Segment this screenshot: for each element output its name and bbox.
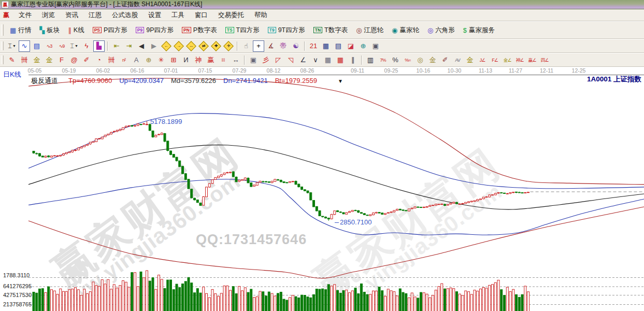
ruler-123-button[interactable]: ⌗ [218, 54, 229, 66]
toolbar-sectors-button[interactable]: ▚板块 [35, 24, 64, 37]
candlestick-chart[interactable] [0, 67, 644, 311]
gold-underline-button[interactable]: 金 [464, 54, 476, 66]
zoom-out-x-button[interactable]: ↔ [185, 40, 197, 52]
menu-file[interactable]: 文件 [13, 10, 37, 21]
candle-style-button[interactable]: ⌶▼ [68, 40, 80, 52]
ying-tool-button[interactable]: 赢 [205, 54, 217, 66]
gold-circle-button[interactable]: ⊕ [143, 54, 154, 66]
price-ladder-button[interactable]: ▥ [365, 54, 376, 66]
si-angle-button[interactable]: 四∠ [539, 54, 550, 66]
toolbar-winner-service-button[interactable]: $赢家服务 [459, 24, 499, 37]
angle-tool-button[interactable]: ∡ [265, 40, 277, 52]
web-grid-button[interactable]: ⊞ [168, 54, 179, 66]
zoom-fit-button[interactable]: ✛ [223, 40, 234, 52]
gold-angle-button[interactable]: 金∠ [502, 54, 513, 66]
zigzag-wave-button[interactable]: ∨ [310, 54, 321, 66]
gold-grid-button[interactable]: 金 [31, 54, 42, 66]
shen-angle-button[interactable]: 神∠ [514, 54, 525, 66]
wave-3-button[interactable]: ∿3 [44, 40, 55, 52]
shen-tool-button[interactable]: 神 [193, 54, 204, 66]
gann-fan-button[interactable]: 彡 [260, 54, 271, 66]
period-selector-button[interactable]: ⌶▼ [6, 40, 18, 52]
menu-trade-entrust[interactable]: 交易委托 [213, 10, 249, 21]
peak-annotation: 5178.1899 [150, 118, 182, 125]
pan-hand-button[interactable]: ☝ [240, 40, 252, 52]
percent-button[interactable]: % [390, 54, 401, 66]
zoom-in-x-button[interactable]: ⇄ [198, 40, 209, 52]
wave-9-button[interactable]: ∿9 [56, 40, 67, 52]
grid-lines-button[interactable]: 卌 [19, 54, 30, 66]
toolbar-p-number-table-button[interactable]: PNP数字表 [178, 24, 221, 37]
crosshair-button[interactable]: + [253, 40, 264, 52]
toolbar-p-square-button[interactable]: PSP四方形 [89, 24, 132, 37]
toolbar-winner-wheel-button[interactable]: ◉赢家轮 [388, 24, 423, 37]
menu-browse[interactable]: 浏览 [37, 10, 60, 21]
menu-gann[interactable]: 江恩 [83, 10, 107, 21]
pan-left-button[interactable]: ← [161, 40, 172, 52]
grid-box-red-button[interactable]: ▦ [335, 54, 346, 66]
step-back-button[interactable]: ◀ [136, 40, 147, 52]
emperor-tool-button[interactable]: 帝 [278, 40, 289, 52]
f-angle-button[interactable]: F∠ [489, 54, 500, 66]
toolbar-hexagon-button[interactable]: ◎六角形 [423, 24, 459, 37]
percent-levels-button[interactable]: %= [402, 54, 413, 66]
smart-tool-button[interactable]: ☯ [290, 40, 302, 52]
gold-level-line-button[interactable]: 金 [427, 54, 438, 66]
go-first-button[interactable]: ⇤ [111, 40, 122, 52]
menu-settings[interactable]: 设置 [143, 10, 166, 21]
fan-grid-button[interactable]: ◹ [285, 54, 296, 66]
go-last-button[interactable]: ⇥ [123, 40, 135, 52]
n-mark-button[interactable]: И [180, 54, 192, 66]
title-bar[interactable]: 赢 赢家江恩专业版[赢家内部服务平台] - [上证指数 SH1A0001-167… [0, 0, 644, 9]
zoom-full-button[interactable]: ✚ [210, 40, 222, 52]
time-cycle-button[interactable]: ◔ [93, 54, 105, 66]
ying-angle-button[interactable]: 赢∠ [526, 54, 538, 66]
star-web-button[interactable]: ✳ [155, 54, 167, 66]
menu-formula-picker[interactable]: 公式选股 [107, 10, 143, 21]
grid-box-button[interactable]: ▦ [322, 54, 334, 66]
a-channel-button[interactable]: A [131, 54, 142, 66]
menu-news[interactable]: 资讯 [60, 10, 83, 21]
notepad-button[interactable]: ▤ [333, 40, 344, 52]
gann-fan-box-button[interactable]: ◸ [273, 54, 284, 66]
toolbar-quotes-button[interactable]: ▦行情 [6, 24, 35, 37]
av-tool-button[interactable]: AV [452, 54, 463, 66]
app-menu-icon[interactable]: 赢 [3, 11, 9, 20]
time-lines-button[interactable]: 卌 [106, 54, 117, 66]
info-note-button[interactable]: ▤ [31, 40, 42, 52]
f-lines-button[interactable]: F [56, 54, 67, 66]
gold-grid-2-button[interactable]: 金 [44, 54, 55, 66]
marker-brush-button[interactable]: ✐ [81, 54, 92, 66]
box-range-button[interactable]: ▣ [248, 54, 259, 66]
pan-right-button[interactable]: → [173, 40, 184, 52]
toolbar-gann-wheel-button[interactable]: ◎江恩轮 [352, 24, 388, 37]
export-web-button[interactable]: ⊕ [357, 40, 369, 52]
zigzag-tool-button[interactable]: ϟ [81, 40, 92, 52]
mark-pen-button[interactable]: ✐ [439, 54, 451, 66]
calendar-button[interactable]: 21 [308, 40, 319, 52]
angle-line-button[interactable]: ∠ [297, 54, 309, 66]
toolbar-9p-square-button[interactable]: P99P四方形 [132, 24, 178, 37]
print-button[interactable]: ▣ [370, 40, 381, 52]
width-measure-button[interactable]: ↔ [230, 54, 241, 66]
menu-tools[interactable]: 工具 [166, 10, 190, 21]
gold-section-circle-button[interactable]: ◎ [414, 54, 426, 66]
toolbar-kline-button[interactable]: ∥K线 [64, 24, 88, 37]
spiral-button[interactable]: @ [68, 54, 80, 66]
percent-line-button[interactable]: 7% [377, 54, 389, 66]
j-angle-button[interactable]: J∠ [477, 54, 488, 66]
chart-area[interactable]: 赢家财富网 www.yingjia360.com 赢家财富网 www.yingj… [0, 67, 644, 311]
volume-pane-button[interactable]: ▙ [93, 40, 105, 52]
toolbar-t-number-table-button[interactable]: TNT数字表 [309, 24, 352, 37]
parallel-lines-button[interactable]: ∥ [347, 54, 359, 66]
calculator-button[interactable]: ▦ [320, 40, 332, 52]
brush-tool-button[interactable]: ✎ [6, 54, 18, 66]
wave-tool-button[interactable]: ∿ [19, 40, 30, 52]
step-forward-button[interactable]: ▶ [148, 40, 160, 52]
n-square-button[interactable]: n² [118, 54, 130, 66]
toolbar-t-square-button[interactable]: TST四方形 [221, 24, 264, 37]
menu-window-menu[interactable]: 窗口 [190, 10, 213, 21]
save-button[interactable]: ◪ [345, 40, 356, 52]
toolbar-9t-square-button[interactable]: T99T四方形 [264, 24, 309, 37]
menu-help[interactable]: 帮助 [249, 10, 273, 21]
